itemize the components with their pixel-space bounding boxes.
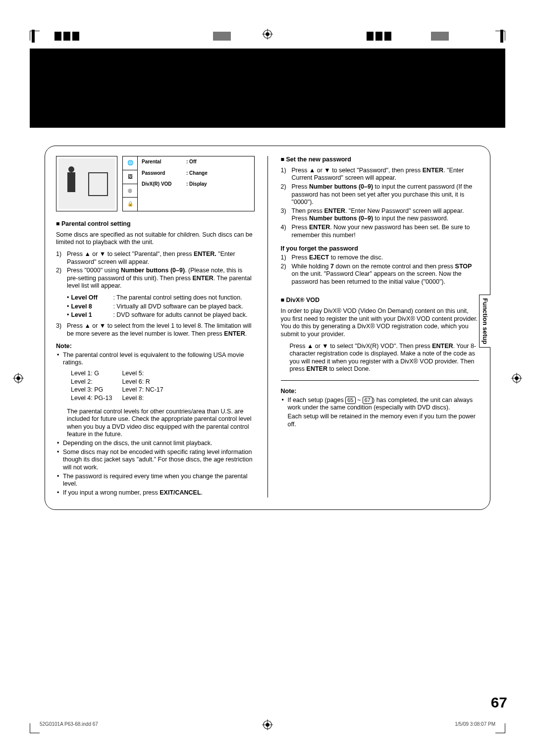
step-item: 2)Press Number buttons (0–9) to input th… — [281, 183, 480, 206]
picture-icon: 🖼 — [123, 170, 137, 184]
footer-timestamp: 1/5/09 3:08:07 PM — [455, 721, 495, 728]
horizontal-rule — [281, 380, 480, 381]
osd-row: DivX(R) VOD: Display — [138, 179, 254, 190]
note-heading: Note: — [56, 343, 255, 351]
column-divider — [268, 156, 268, 498]
registration-mark-icon — [262, 719, 273, 730]
note-heading: Note: — [281, 388, 480, 396]
osd-row: Password: Change — [138, 168, 254, 179]
note-item: Depending on the discs, the unit cannot … — [56, 440, 255, 448]
note-item: Some discs may not be encoded with speci… — [56, 449, 255, 472]
disc-icon: ◎ — [123, 184, 137, 198]
svg-point-15 — [266, 723, 269, 726]
step-item: 2)Press "0000" using Number buttons (0–9… — [56, 267, 255, 290]
osd-menu-preview: 🌐 🖼 ◎ 🔒 Parental: Off Password: Change D… — [122, 156, 255, 211]
osd-row: Parental: Off — [138, 156, 254, 168]
print-footer: 52G0101A P63-68.indd 67 1/5/09 3:08:07 P… — [40, 721, 495, 728]
svg-point-7 — [16, 376, 20, 380]
registration-mark-icon — [262, 29, 273, 40]
note-item: If you input a wrong number, press EXIT/… — [56, 489, 255, 497]
section-side-tab: Function setup — [479, 295, 490, 348]
note-item: The parental control levels for other co… — [56, 408, 255, 439]
crop-mark — [495, 723, 505, 733]
manual-page: Function setup 🌐 🖼 ◎ — [0, 0, 535, 756]
step-item: 4)Press ENTER. Now your new password has… — [281, 224, 480, 239]
level-row: • Level Off: The parental control settin… — [56, 294, 255, 302]
crop-mark — [30, 723, 40, 733]
section-heading: DivX® VOD — [281, 297, 480, 304]
note-item: The password is required every time when… — [56, 473, 255, 488]
level-row: • Level 8: Virtually all DVD software ca… — [56, 303, 255, 311]
step-item: 1)Press ▲ or ▼ to select "Password", the… — [281, 167, 480, 182]
section-heading: Parental control setting — [56, 220, 255, 228]
header-black-bar — [30, 49, 505, 128]
left-column: 🌐 🖼 ◎ 🔒 Parental: Off Password: Change D… — [56, 156, 255, 498]
step-item: 1)Press EJECT to remove the disc. — [281, 254, 480, 262]
ratings-table: Level 1: GLevel 2:Level 3: PGLevel 4: PG… — [56, 370, 255, 403]
subheading: If you forget the password — [281, 245, 480, 253]
step-item: 3)Press ▲ or ▼ to select from the level … — [56, 322, 255, 338]
lock-icon: 🔒 — [123, 198, 137, 211]
body-text: In order to play DivX® VOD (Video On Dem… — [281, 307, 480, 339]
step-item: 3)Then press ENTER. "Enter New Password"… — [281, 207, 480, 223]
globe-abc-icon: 🌐 — [123, 156, 137, 170]
body-text: Press ▲ or ▼ to select "DivX(R) VOD". Th… — [281, 343, 480, 374]
osd-figure: 🌐 🖼 ◎ 🔒 Parental: Off Password: Change D… — [56, 156, 255, 211]
step-item: 2)While holding 7 down on the remote con… — [281, 263, 480, 286]
section-heading: Set the new password — [281, 156, 480, 164]
registration-mark-icon — [511, 373, 522, 384]
right-column: Set the new password 1)Press ▲ or ▼ to s… — [281, 156, 480, 498]
svg-point-3 — [266, 32, 269, 36]
tv-scene-thumbnail — [56, 156, 117, 211]
step-item: 1)Press ▲ or ▼ to select "Parental", the… — [56, 251, 255, 266]
content-frame: Function setup 🌐 🖼 ◎ — [45, 146, 490, 510]
note-item: If each setup (pages 65 ~ 67) has comple… — [281, 397, 480, 412]
level-row: • Level 1: DVD software for adults canno… — [56, 311, 255, 319]
note-item: Each setup will be retained in the memor… — [281, 413, 480, 428]
svg-point-11 — [515, 376, 518, 380]
page-number: 67 — [491, 693, 507, 712]
intro-text: Some discs are specified as not suitable… — [56, 231, 255, 247]
registration-mark-icon — [13, 373, 24, 384]
note-item: The parental control level is equivalent… — [56, 352, 255, 367]
footer-file: 52G0101A P63-68.indd 67 — [40, 721, 98, 728]
